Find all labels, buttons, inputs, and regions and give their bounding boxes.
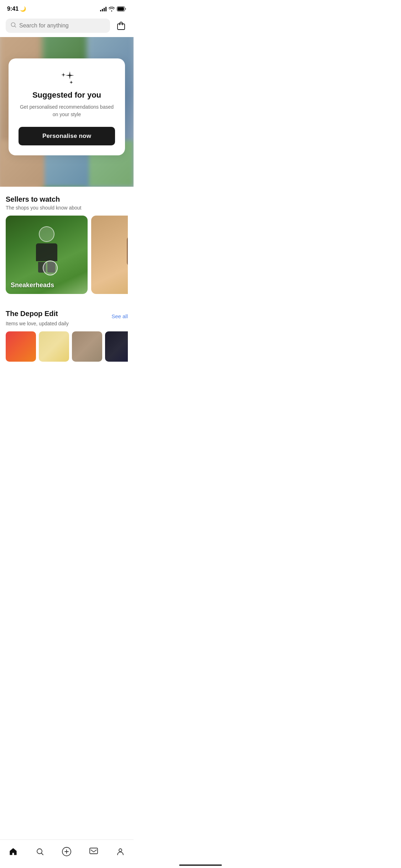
wifi-icon: [109, 7, 115, 11]
search-bar-row: [0, 16, 134, 37]
see-all-button[interactable]: See all: [111, 313, 128, 319]
modal-title: Suggested for you: [32, 91, 101, 100]
svg-rect-3: [118, 24, 125, 30]
personalise-now-button[interactable]: Personalise now: [19, 127, 115, 145]
depop-edit-section: The Depop Edit See all Items we love, up…: [0, 301, 134, 369]
seller-card-sneakerheads[interactable]: Sneakerheads: [6, 216, 88, 294]
search-input-wrapper[interactable]: [6, 19, 110, 33]
signal-icon: [100, 6, 106, 11]
modal-subtitle: Get personalised recommendations based o…: [19, 103, 115, 118]
status-time: 9:41: [7, 6, 19, 12]
hero-area: Suggested for you Get personalised recom…: [0, 37, 134, 187]
bag-icon: [116, 21, 126, 31]
edit-item-4[interactable]: [105, 331, 128, 362]
sellers-section: Sellers to watch The shops you should kn…: [0, 187, 134, 301]
battery-icon: [117, 6, 126, 11]
depop-edit-subtitle: Items we love, updated daily: [6, 321, 128, 326]
bag-button[interactable]: [114, 19, 128, 32]
sellers-section-title: Sellers to watch: [6, 195, 128, 203]
seller-avatar-circle-sneakerheads: [43, 260, 58, 275]
status-bar: 9:41 🌙: [0, 0, 134, 16]
svg-rect-1: [118, 7, 124, 11]
sellers-row: Sneakerheads Depop A: [6, 216, 128, 295]
status-icons: [100, 6, 126, 11]
suggestion-modal: Suggested for you Get personalised recom…: [9, 58, 125, 155]
moon-icon: 🌙: [20, 6, 26, 12]
depop-edit-title: The Depop Edit: [6, 310, 58, 318]
edit-item-2[interactable]: [39, 331, 69, 362]
search-magnify-icon: [11, 22, 16, 29]
sparkle-icon: [58, 70, 75, 87]
edit-item-1[interactable]: [6, 331, 36, 362]
seller-label-sneakerheads: Sneakerheads: [11, 281, 54, 289]
edit-items-row: [6, 331, 128, 363]
search-input[interactable]: [19, 22, 105, 29]
seller-card-depop[interactable]: Depop A: [91, 216, 128, 294]
edit-item-3[interactable]: [72, 331, 102, 362]
depop-edit-header: The Depop Edit See all: [6, 310, 128, 319]
sellers-section-subtitle: The shops you should know about: [6, 205, 128, 211]
